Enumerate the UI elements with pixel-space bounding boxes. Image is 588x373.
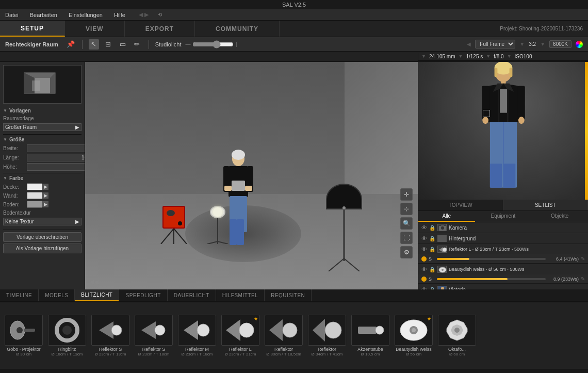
setlist-item-kamera[interactable]: 👁 🔒 Kamera xyxy=(418,222,588,233)
section-farbe[interactable]: Farbe xyxy=(3,175,81,181)
filter-tabs: Alle Equipment Objekte xyxy=(418,211,588,222)
tab-export[interactable]: EXPORT xyxy=(125,21,195,37)
tab-view[interactable]: VIEW xyxy=(65,21,125,37)
eq-item-reflektor-m[interactable]: Reflektor M Ø 23cm / T 18cm xyxy=(176,313,218,359)
studio-light-slider[interactable] xyxy=(192,40,234,48)
tab-blitzlicht[interactable]: BLITZLICHT xyxy=(75,289,119,301)
nav-move-btn[interactable]: ⊹ xyxy=(400,203,413,215)
vorlage-ueberschreiben-btn[interactable]: Vorlage überschreiben xyxy=(3,232,81,242)
camera-tripod[interactable] xyxy=(158,206,189,244)
reflektor-l-track[interactable] xyxy=(437,258,546,260)
setlist-item-victoria[interactable]: 👁 🔒 Victoria xyxy=(418,284,588,289)
decke-arrow[interactable]: ▶ xyxy=(42,184,48,190)
tab-requisiten[interactable]: REQUISITEN xyxy=(265,289,312,301)
filter-equipment[interactable]: Equipment xyxy=(475,211,532,222)
reflektor-l-val: 6.4 (41Ws) xyxy=(548,256,579,262)
lange-input[interactable] xyxy=(27,154,85,161)
eye-kamera[interactable]: 👁 xyxy=(421,224,427,231)
nav-compass-btn[interactable]: ✛ xyxy=(400,188,413,201)
nav-zoom-btn[interactable]: 🔍 xyxy=(400,217,413,230)
wand-row: Wand: ▶ xyxy=(3,192,81,199)
menu-hilfe[interactable]: Hilfe xyxy=(112,11,127,19)
pin-icon[interactable]: 📌 xyxy=(66,39,76,50)
color-wheel-icon[interactable] xyxy=(576,41,583,48)
filter-alle[interactable]: Alle xyxy=(418,211,475,222)
lock-hintergrund[interactable]: 🔒 xyxy=(429,236,435,241)
svg-point-51 xyxy=(17,327,23,333)
eye-beautydish[interactable]: 👁 xyxy=(421,266,427,272)
menu-datei[interactable]: Datei xyxy=(3,11,21,19)
light-stand-right[interactable] xyxy=(323,184,365,271)
boden-arrow[interactable]: ▶ xyxy=(42,201,48,207)
lock-kamera[interactable]: 🔒 xyxy=(429,225,435,231)
floor-icon[interactable]: ▭ xyxy=(118,39,128,50)
tab-setup[interactable]: SETUP xyxy=(0,21,65,37)
filter-objekte[interactable]: Objekte xyxy=(531,211,588,222)
bottom-panel: Gobo · Projektor Ø 30 cm Ringblitz Ø 16c… xyxy=(0,302,588,369)
tab-models[interactable]: MODELS xyxy=(39,289,75,301)
reflektor-l-fill xyxy=(437,258,469,260)
grosser-raum-dropdown[interactable]: Großer Raum ▶ xyxy=(3,123,81,131)
light-stand-right-svg xyxy=(323,209,365,271)
svg-point-61 xyxy=(375,326,384,334)
eq-item-reflektor-30[interactable]: Reflektor Ø 30cm / T 18,5cm xyxy=(263,313,304,359)
section-grosse[interactable]: Größe xyxy=(3,137,81,142)
grid-icon[interactable]: ⊞ xyxy=(103,39,113,50)
menu-einstellungen[interactable]: Einstellungen xyxy=(67,11,105,19)
ratio-arrow-2[interactable]: ▼ xyxy=(540,41,545,47)
eye-reflektor-l[interactable]: 👁 xyxy=(421,246,427,252)
eq-item-beautydish[interactable]: ★ Beautydish weiss Ø 56 cm xyxy=(393,313,434,359)
eq-item-reflektor-l[interactable]: ★ Reflektor L Ø 23cm / T 21cm xyxy=(220,313,261,359)
svg-rect-4 xyxy=(32,80,40,91)
eq-item-reflektor-s1[interactable]: Reflektor S Ø 23cm / T 13cm xyxy=(90,313,131,359)
ratio-arrow[interactable]: ▼ xyxy=(519,41,525,47)
eq-item-akzentstube[interactable]: Akzentstube Ø 10,5 cm xyxy=(350,313,391,359)
hohe-input[interactable] xyxy=(27,163,85,171)
keine-textur-dropdown[interactable]: Keine Textur ▶ xyxy=(3,218,81,225)
breite-input[interactable] xyxy=(27,144,85,152)
svg-point-56 xyxy=(197,324,209,336)
back-arrow-btn[interactable]: ◀◀ xyxy=(89,278,99,285)
tab-dauerlicht[interactable]: DAUERLICHT xyxy=(168,289,216,301)
section-vorlagen[interactable]: Vorlagen xyxy=(3,108,81,113)
eq-item-reflektor-34[interactable]: Reflektor Ø 34cm / T 41cm xyxy=(306,313,348,359)
cursor-icon[interactable]: ↖ xyxy=(89,39,99,50)
nav-settings-btn[interactable]: ⚙ xyxy=(400,246,413,258)
eye-hintergrund[interactable]: 👁 xyxy=(421,235,427,241)
eye-victoria[interactable]: 👁 xyxy=(421,286,427,289)
wand-color[interactable] xyxy=(27,192,42,199)
reflektor-l-edit[interactable]: ✎ xyxy=(581,256,585,262)
lock-victoria[interactable]: 🔒 xyxy=(429,287,435,290)
setlist-item-reflektor-l: 👁 🔒 Reflektor L · Ø 23cm / T 23cm · 500W… xyxy=(418,244,588,264)
nav-fit-btn[interactable]: ⛶ xyxy=(400,232,413,244)
wand-arrow[interactable]: ▶ xyxy=(42,192,48,199)
eq-item-oktafo[interactable]: Oktafo... Ø 60 cm xyxy=(436,313,478,359)
eq-item-gobo[interactable]: Gobo · Projektor Ø 30 cm xyxy=(3,313,44,359)
eq-item-ringblitz[interactable]: Ringblitz Ø 16cm / T 13cm xyxy=(46,313,88,359)
pencil-icon[interactable]: ✏ xyxy=(132,39,142,50)
eq-thumb-reflektor-l: ★ xyxy=(221,315,259,346)
tab-topview[interactable]: TOPVIEW xyxy=(418,200,503,210)
tab-hilfsmittel[interactable]: HILFSMITTEL xyxy=(216,289,265,301)
beautydish-track[interactable] xyxy=(437,278,546,280)
room-preview xyxy=(3,65,81,104)
model-photo xyxy=(457,62,550,200)
tab-speedlight[interactable]: SPEEDLIGHT xyxy=(119,289,167,301)
beautydish-edit[interactable]: ✎ xyxy=(581,276,585,282)
star-reflektor-l: ★ xyxy=(254,316,258,321)
lock-reflektor-l[interactable]: 🔒 xyxy=(429,247,435,252)
menu-bearbeiten[interactable]: Bearbeiten xyxy=(28,11,59,19)
lock-beautydish[interactable]: 🔒 xyxy=(429,267,435,272)
eq-item-reflektor-s2[interactable]: Reflektor S Ø 23cm / T 18cm xyxy=(133,313,174,359)
boden-color[interactable] xyxy=(27,201,42,208)
als-vorlage-btn[interactable]: Als Vorlage hinzufügen xyxy=(3,244,81,253)
tab-timeline[interactable]: TIMELINE xyxy=(0,289,39,301)
beautydish-fill xyxy=(437,278,508,280)
cam-arrow-left[interactable]: ◀ xyxy=(467,41,471,47)
format-select[interactable]: Full Frame xyxy=(475,40,515,48)
tab-setlist[interactable]: SETLIST xyxy=(503,200,589,210)
room-label: Rechteckiger Raum xyxy=(5,41,58,47)
tab-community[interactable]: COMMUNITY xyxy=(195,21,280,37)
setlist-item-hintergrund[interactable]: 👁 🔒 Hintergrund xyxy=(418,233,588,244)
decke-color[interactable] xyxy=(27,183,42,190)
